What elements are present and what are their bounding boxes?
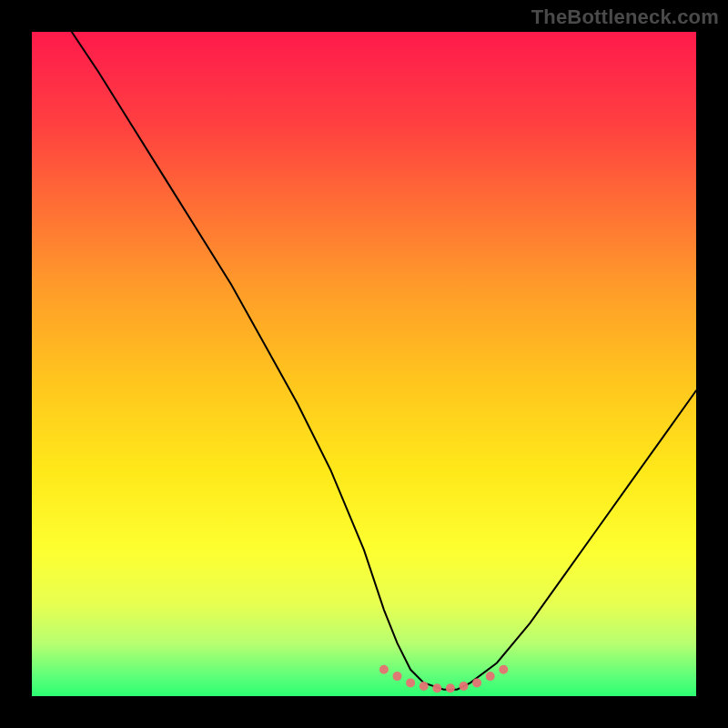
plot-area: [32, 32, 696, 696]
chart-frame: TheBottleneck.com: [0, 0, 728, 728]
bottleneck-curve: [72, 32, 696, 690]
watermark-text: TheBottleneck.com: [531, 5, 719, 29]
curve-svg: [32, 32, 696, 696]
